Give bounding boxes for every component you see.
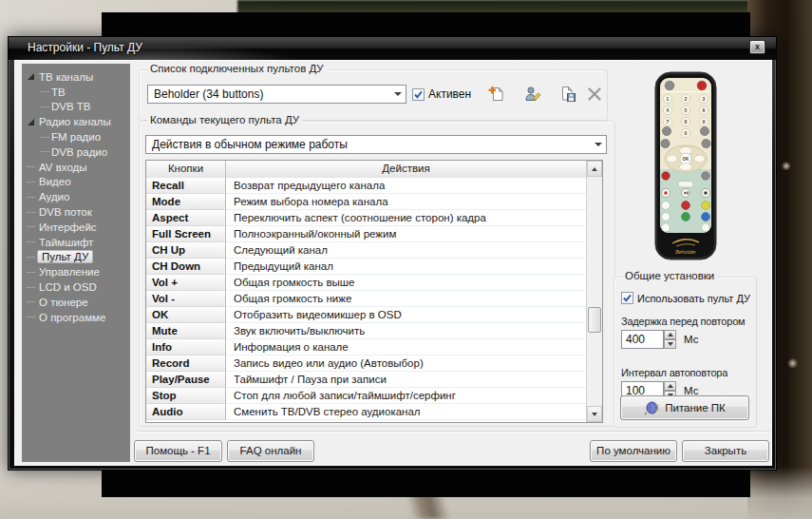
- tree-expander-icon[interactable]: [27, 118, 35, 126]
- help-button[interactable]: Помощь - F1: [134, 440, 222, 462]
- footer-divider: [136, 431, 770, 432]
- command-button-cell: Stop: [146, 388, 226, 404]
- tree-dots: [27, 226, 35, 227]
- scroll-up-button[interactable]: [587, 161, 602, 177]
- delete-remote-button[interactable]: [584, 84, 605, 105]
- sidebar-item[interactable]: Пульт ДУ: [22, 250, 130, 265]
- sidebar-item-label: DVB поток: [39, 206, 92, 218]
- step-up-icon[interactable]: [664, 330, 676, 339]
- svg-text:7: 7: [667, 119, 670, 125]
- command-row[interactable]: Vol +Общая громкость выше: [146, 275, 586, 291]
- close-window-button[interactable]: x: [749, 40, 765, 54]
- sidebar-item[interactable]: Радио каналы: [22, 114, 130, 129]
- save-remote-icon: [558, 85, 577, 104]
- step-down-icon[interactable]: [664, 339, 676, 349]
- command-row[interactable]: InfoИнформация о канале: [146, 339, 586, 356]
- command-row[interactable]: AspectПереключить аспект (соотношение ст…: [146, 210, 586, 226]
- sidebar-item[interactable]: Интерфейс: [22, 220, 130, 235]
- command-row[interactable]: MuteЗвук включить/выключить: [146, 323, 586, 339]
- command-row[interactable]: Vol -Общая громкость ниже: [146, 291, 586, 307]
- edit-remote-button[interactable]: [522, 84, 543, 105]
- sidebar-item[interactable]: О программе: [22, 310, 130, 325]
- command-row[interactable]: OKОтобразить видеомикшер в OSD: [146, 307, 586, 323]
- use-remote-checkbox[interactable]: Использовать пульт ДУ: [621, 292, 750, 304]
- tree-dots: [27, 301, 35, 302]
- sidebar-item[interactable]: Управление: [22, 264, 130, 279]
- repeat-interval-label: Интервал автоповтора: [621, 367, 727, 378]
- command-row[interactable]: StopСтоп для любой записи/таймшифт/серфи…: [146, 388, 586, 404]
- remote-select[interactable]: Beholder (34 buttons): [147, 85, 406, 104]
- scrollbar-thumb[interactable]: [588, 307, 601, 333]
- sidebar-item-label: LCD и OSD: [39, 281, 97, 293]
- command-row[interactable]: RecallВозврат предыдущего канала: [146, 178, 586, 194]
- active-checkbox[interactable]: Активен: [412, 87, 471, 101]
- repeat-delay-label: Задержка перед повтором: [621, 316, 745, 327]
- sidebar-item[interactable]: Таймшифт: [22, 235, 130, 250]
- command-row[interactable]: CH DownПредыдущий канал: [146, 259, 586, 275]
- sidebar-item[interactable]: DVB ТВ: [22, 100, 130, 115]
- tree-dots: [27, 287, 35, 288]
- repeat-delay-input[interactable]: 400: [621, 330, 664, 349]
- sidebar-item-label: ТВ: [51, 86, 66, 98]
- command-button-cell: Info: [146, 339, 226, 356]
- command-row[interactable]: AudioСменить ТВ/DVB стерео аудиоканал: [146, 404, 586, 420]
- command-button-cell: Mute: [146, 323, 226, 339]
- remote-control-image: 1234567890 OK: [653, 71, 718, 261]
- sidebar-item[interactable]: LCD и OSD: [22, 279, 130, 295]
- header-buttons[interactable]: Кнопки: [146, 161, 226, 178]
- close-button[interactable]: Закрыть: [682, 440, 769, 462]
- command-row[interactable]: CH UpСледующий канал: [146, 242, 586, 259]
- command-action-cell: Следующий канал: [226, 242, 586, 259]
- faq-online-button[interactable]: FAQ онлайн: [227, 440, 314, 462]
- sidebar-item-label: DVB ТВ: [51, 101, 91, 112]
- delete-remote-icon: [585, 85, 604, 104]
- sidebar-item[interactable]: Аудио: [22, 189, 130, 204]
- tree-expander-icon[interactable]: [27, 72, 35, 81]
- pc-power-label: Питание ПК: [665, 396, 726, 419]
- command-row[interactable]: RecordЗапись видео или аудио (Автовыбор): [146, 356, 586, 372]
- svg-text:3: 3: [703, 96, 706, 102]
- svg-text:0: 0: [685, 130, 688, 136]
- header-actions[interactable]: Действия: [226, 161, 586, 178]
- command-mode-select[interactable]: Действия в обычном режиме работы: [145, 135, 607, 154]
- command-action-cell: Общая громкость выше: [226, 275, 586, 291]
- tree-dots: [41, 137, 49, 138]
- scroll-down-button[interactable]: [587, 406, 602, 422]
- command-row[interactable]: Play/PauseТаймшифт / Пауза при записи: [146, 372, 586, 388]
- power-plug-icon: [644, 400, 659, 415]
- dialog-client-area: ТВ каналыТВDVB ТВРадио каналыFM радиоDVB…: [14, 60, 772, 466]
- commands-group: Команды текущего пульта ДУ Действия в об…: [139, 121, 615, 427]
- command-row[interactable]: Full ScreenПолноэкранный/оконный режим: [146, 226, 586, 242]
- defaults-button[interactable]: По умолчанию: [590, 440, 677, 462]
- command-action-cell: Режим выбора номера канала: [226, 194, 586, 210]
- titlebar[interactable]: Настройки - Пульт ДУ x: [9, 37, 776, 60]
- vertical-scrollbar[interactable]: [586, 161, 602, 422]
- sidebar-item-label: Интерфейс: [39, 221, 97, 233]
- command-row[interactable]: ModeРежим выбора номера канала: [146, 194, 586, 210]
- tree-dots: [41, 151, 49, 152]
- tree-dots: [27, 257, 35, 258]
- commands-table: Кнопки Действия RecallВозврат предыдущег…: [145, 160, 603, 423]
- edit-remote-icon: [523, 85, 542, 104]
- remote-brand-label: Beholder: [675, 249, 696, 255]
- sidebar-item[interactable]: FM радио: [22, 129, 130, 144]
- remotes-group: Список подключенных пультов ДУ Beholder …: [139, 69, 608, 121]
- sidebar-item[interactable]: DVB поток: [22, 204, 130, 220]
- sidebar-item[interactable]: Видео: [22, 175, 130, 190]
- repeat-delay-stepper[interactable]: [664, 330, 676, 349]
- checkbox-box: [412, 88, 425, 101]
- remotes-group-label: Список подключенных пультов ДУ: [147, 63, 327, 74]
- sidebar-item[interactable]: AV входы: [22, 160, 130, 175]
- sidebar-item[interactable]: ТВ каналы: [22, 69, 130, 85]
- pc-power-button[interactable]: Питание ПК: [620, 395, 749, 420]
- sidebar-item[interactable]: О тюнере: [22, 295, 130, 310]
- command-button-cell: Mode: [146, 194, 226, 210]
- command-action-cell: Звук включить/выключить: [226, 323, 586, 339]
- table-header: Кнопки Действия: [146, 161, 586, 179]
- step-up-icon[interactable]: [664, 381, 676, 391]
- save-remote-button[interactable]: [557, 84, 578, 105]
- sidebar-item[interactable]: ТВ: [22, 85, 130, 100]
- add-remote-button[interactable]: [486, 84, 507, 105]
- sidebar-item[interactable]: DVB радио: [22, 144, 130, 160]
- sidebar-item-label: Пульт ДУ: [37, 250, 93, 263]
